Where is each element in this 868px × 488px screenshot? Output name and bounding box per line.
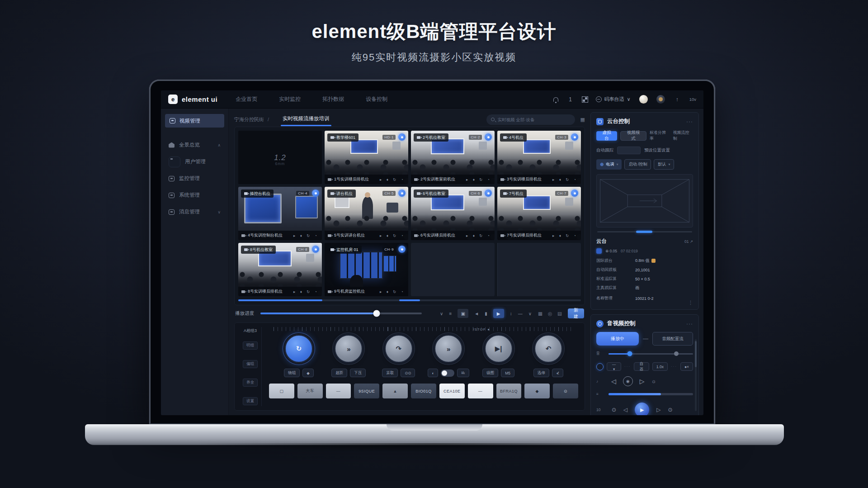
stream-link[interactable]: 视频流控制 bbox=[673, 130, 693, 142]
video-tile[interactable]: 4号机位CH·33号实训楼后排机位▸ ♦ ↻ ◔ bbox=[497, 131, 581, 184]
knob-dial-2[interactable]: ↷ bbox=[385, 335, 413, 363]
bitrate-dropdown[interactable]: 码率自适 ∨ bbox=[596, 96, 631, 103]
deck-button-3[interactable]: 9SIQUE bbox=[354, 384, 379, 398]
knob-button[interactable]: 物组 bbox=[284, 369, 300, 377]
video-tile[interactable]: 7号机位CH·77号实训楼后排机位▸ ♦ ↻ ◔ bbox=[497, 187, 581, 240]
deck-button-6[interactable]: CEA10E bbox=[439, 384, 465, 398]
audio-config-button[interactable]: 音频配置流 bbox=[652, 332, 693, 346]
deck-button-1[interactable]: 大车 bbox=[297, 384, 323, 398]
knob-button[interactable]: ⊀ bbox=[552, 369, 563, 377]
prev-icon[interactable]: ◁ bbox=[611, 378, 616, 385]
deck-button-5[interactable]: BIO01Q bbox=[411, 384, 436, 398]
camera-action-button[interactable] bbox=[312, 246, 319, 253]
playback-control-2[interactable]: ▣ bbox=[458, 309, 468, 318]
deck-side-label-1[interactable]: 偏组 bbox=[243, 360, 258, 368]
deck-button-0[interactable]: ▢ bbox=[269, 384, 294, 398]
knob-dial-1[interactable]: » bbox=[335, 335, 363, 363]
audio-bottom-icon-1[interactable]: ◁ bbox=[623, 407, 627, 413]
nav-item-2[interactable]: 拓扑数据 bbox=[322, 95, 344, 103]
knob-dial-5[interactable]: ↶ bbox=[534, 335, 562, 363]
tab-live-video[interactable]: 实时视频流播放培训 bbox=[283, 115, 330, 124]
knob-dial-3[interactable]: » bbox=[434, 335, 462, 363]
knob-button[interactable]: 算取 bbox=[382, 369, 398, 377]
playback-control-5[interactable]: ▶ bbox=[493, 309, 504, 318]
knob-dial-0[interactable]: ↻ bbox=[285, 335, 313, 363]
default-dropdown[interactable]: 默认 ▾ bbox=[654, 159, 674, 170]
audio-mini-button-0[interactable]: — ▾ bbox=[607, 362, 621, 371]
deck-button-8[interactable]: BFRA1Q bbox=[496, 384, 522, 398]
deck-side-label-0[interactable]: 明细 bbox=[243, 341, 258, 350]
more-icon[interactable]: ··· bbox=[686, 118, 693, 125]
avatar[interactable] bbox=[639, 95, 648, 104]
sidebar-item-0[interactable]: 全景总览∧ bbox=[165, 137, 224, 153]
video-tile[interactable]: 操控台机位CH·44号实训控制台机位▸ ♦ ↻ ◔ bbox=[238, 187, 322, 240]
search-input[interactable] bbox=[498, 117, 571, 122]
camera-action-button[interactable] bbox=[485, 190, 492, 197]
tile-toolbar-icons[interactable]: ▸ ♦ ↻ ◔ bbox=[466, 177, 491, 182]
tile-toolbar-icons[interactable]: ▸ ♦ ↻ ◔ bbox=[380, 177, 405, 182]
deck-button-2[interactable]: — bbox=[326, 384, 351, 398]
knob-button[interactable]: ◐ bbox=[428, 369, 438, 377]
playing-button[interactable]: 播放中 bbox=[596, 332, 639, 346]
sidebar-item-1[interactable]: 用户管理 bbox=[165, 153, 224, 170]
knob-button[interactable]: ◆ bbox=[302, 369, 314, 377]
settings-icon[interactable]: ☼ bbox=[651, 378, 656, 384]
video-tile[interactable]: 6号机位教室CH·66号实训楼后排机位▸ ♦ ↻ ◔ bbox=[411, 187, 495, 240]
start-control-button[interactable]: 启动 /控制 bbox=[624, 159, 651, 170]
audio-mini-button-3[interactable]: ●× bbox=[680, 362, 693, 371]
tile-toolbar-icons[interactable]: ▸ ♦ ↻ ◔ bbox=[552, 233, 578, 238]
panel-scrollbar[interactable] bbox=[695, 339, 697, 411]
video-tile[interactable]: 讲台机位CH·55号实训讲台机位▸ ♦ ↻ ◔ bbox=[325, 187, 408, 240]
view-icon-2[interactable]: ▤ bbox=[557, 311, 562, 316]
camera-action-button[interactable] bbox=[571, 190, 578, 197]
sidebar-item-3[interactable]: 系统管理 bbox=[165, 187, 224, 204]
tile-toolbar-icons[interactable]: ▸ ♦ ↻ ◔ bbox=[293, 289, 319, 294]
audio-mini-button-2[interactable]: 1.0x bbox=[652, 362, 668, 371]
knob-button[interactable]: 级图 bbox=[482, 369, 498, 377]
knob-button[interactable]: 迅停 bbox=[533, 369, 549, 377]
video-tile[interactable]: 监控机房 01CH·99号机房监控机位▸ ♦ ↻ ◔ bbox=[325, 243, 408, 296]
deck-button-4[interactable]: ▲ bbox=[382, 384, 408, 398]
knob-button[interactable]: ⊙⊙ bbox=[401, 369, 415, 377]
toggle-switch[interactable] bbox=[441, 370, 454, 377]
apps-grid-icon[interactable] bbox=[583, 97, 587, 102]
playback-control-6[interactable]: ↕ bbox=[510, 311, 512, 316]
search-box[interactable] bbox=[486, 114, 575, 125]
view-icon-0[interactable]: ▦ bbox=[538, 311, 542, 316]
playback-control-7[interactable]: — bbox=[518, 311, 523, 316]
audio-bottom-icon-0[interactable]: ⊙ bbox=[612, 407, 616, 413]
audio-bottom-icon-3[interactable]: ▷ bbox=[656, 407, 660, 413]
app-logo[interactable]: e element ui bbox=[168, 95, 217, 104]
knob-button[interactable]: 下压 bbox=[350, 369, 366, 377]
camera-action-button[interactable] bbox=[398, 133, 406, 141]
play-button[interactable]: ▶ bbox=[635, 403, 649, 415]
volume-thumb-high[interactable] bbox=[674, 351, 679, 356]
video-tile[interactable]: 2号机位教室CH·22号实训教室前机位▸ ♦ ↻ ◔ bbox=[411, 131, 495, 184]
audio-ring-icon[interactable] bbox=[596, 363, 604, 370]
timeline-slider[interactable] bbox=[260, 313, 422, 314]
volume-thumb-low[interactable] bbox=[627, 351, 632, 356]
playback-control-1[interactable]: ≡ bbox=[449, 311, 452, 316]
upload-icon[interactable]: ↑ bbox=[674, 96, 681, 103]
audio-mini-button-1[interactable]: 自器 bbox=[634, 362, 649, 371]
tile-toolbar-icons[interactable]: ▸ ♦ ↻ ◔ bbox=[380, 233, 405, 238]
kebab-icon[interactable]: ⋮ bbox=[688, 300, 693, 306]
track-input[interactable] bbox=[617, 147, 641, 154]
deck-button-10[interactable]: ⊙ bbox=[553, 384, 578, 398]
timeline-thumb[interactable] bbox=[373, 310, 380, 317]
nav-item-0[interactable]: 企业首页 bbox=[236, 95, 257, 103]
bell-icon[interactable] bbox=[553, 97, 558, 102]
knob-button[interactable]: M5 bbox=[501, 369, 514, 377]
playback-control-8[interactable]: ∨ bbox=[528, 311, 532, 316]
camera-action-button[interactable] bbox=[571, 133, 578, 141]
playback-control-4[interactable]: ▮ bbox=[485, 311, 487, 316]
device-dropdown[interactable]: ⊕ 电调 ▾ bbox=[596, 159, 622, 170]
deck-button-9[interactable]: ◆ bbox=[524, 384, 550, 398]
breadcrumb[interactable]: 宁海分控民街/ bbox=[234, 116, 269, 123]
nav-item-1[interactable]: 实时监控 bbox=[279, 95, 301, 103]
knob-button[interactable]: 超距 bbox=[331, 369, 347, 377]
sidebar-item-2[interactable]: 监控管理 bbox=[165, 170, 224, 187]
audio-bottom-icon-4[interactable]: ⊙ bbox=[668, 407, 673, 413]
next-icon[interactable]: ▷ bbox=[640, 378, 645, 385]
playback-control-3[interactable]: ◄ bbox=[474, 311, 479, 316]
